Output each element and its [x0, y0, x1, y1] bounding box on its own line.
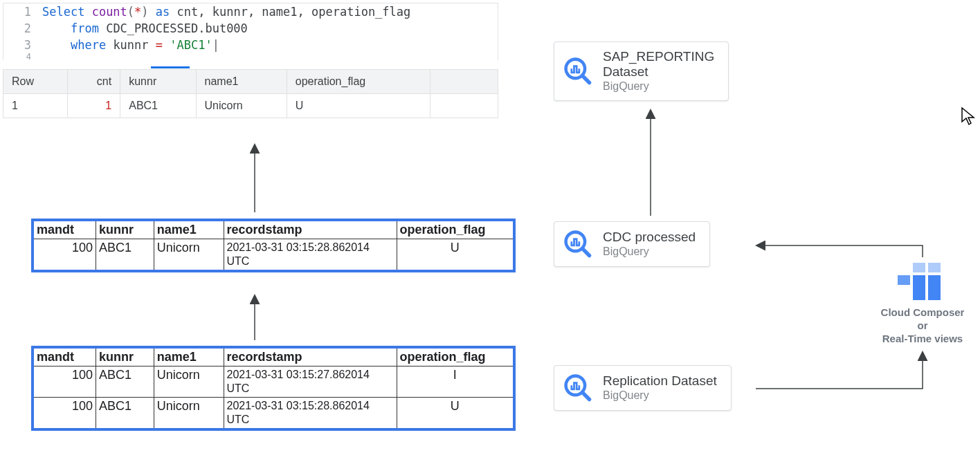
col-empty — [430, 70, 498, 94]
node-product: BigQuery — [603, 389, 717, 402]
query-result-table: Row cnt kunnr name1 operation_flag 1 1 A… — [3, 69, 498, 118]
svg-rect-7 — [928, 263, 941, 272]
line-number: 2 — [3, 20, 42, 37]
line-number: 3 — [3, 37, 42, 53]
node-replication-dataset: Replication Dataset BigQuery — [554, 365, 732, 411]
table-row: 100 ABC1 Unicorn 2021-03-31 03:15:27.862… — [33, 366, 514, 398]
node-sap-reporting: SAP_REPORTING Dataset BigQuery — [554, 41, 729, 101]
svg-rect-8 — [898, 275, 910, 285]
node-title: SAP_REPORTING — [603, 49, 714, 64]
bigquery-icon — [563, 373, 593, 403]
code-line: Select count(*) as cnt, kunnr, name1, op… — [42, 3, 410, 20]
svg-line-5 — [582, 392, 589, 399]
table-row: 100 ABC1 Unicorn 2021-03-31 03:15:28.862… — [33, 239, 514, 272]
code-line: from CDC_PROCESSED.but000 — [42, 20, 248, 37]
node-subtitle: Dataset — [603, 64, 714, 80]
node-cdc-processed: CDC processed BigQuery — [554, 221, 710, 267]
bigquery-icon — [563, 56, 593, 86]
svg-rect-10 — [928, 275, 941, 300]
col-name1: name1 — [196, 70, 287, 94]
svg-rect-6 — [913, 263, 925, 272]
col-kunnr: kunnr — [120, 70, 196, 94]
code-line: where kunnr = 'ABC1'| — [42, 37, 219, 53]
table-row: 1 1 ABC1 Unicorn U — [3, 94, 498, 118]
col-row: Row — [3, 70, 68, 94]
table-row: 100 ABC1 Unicorn 2021-03-31 03:15:28.862… — [33, 398, 514, 430]
svg-line-1 — [582, 75, 589, 82]
node-title: Replication Dataset — [603, 373, 717, 389]
line-number: 1 — [3, 3, 42, 20]
cursor-icon — [961, 106, 976, 129]
node-product: BigQuery — [603, 245, 696, 259]
active-tab-indicator — [151, 66, 190, 68]
col-operation-flag: operation_flag — [287, 70, 430, 94]
node-title: CDC processed — [603, 230, 696, 245]
bigquery-icon — [563, 229, 593, 259]
col-cnt: cnt — [68, 70, 120, 94]
composer-label: Cloud Composer or Real-Time views — [878, 263, 968, 345]
svg-rect-9 — [913, 275, 925, 300]
replication-dataset-table: mandt kunnr name1 recordstamp operation_… — [31, 346, 516, 431]
line-number: 4 — [3, 53, 42, 60]
svg-line-3 — [582, 248, 589, 255]
node-product: BigQuery — [603, 80, 714, 93]
cloud-composer-icon — [898, 263, 947, 301]
sql-editor: 1 Select count(*) as cnt, kunnr, name1, … — [3, 3, 498, 60]
cdc-processed-table: mandt kunnr name1 recordstamp operation_… — [31, 219, 516, 272]
